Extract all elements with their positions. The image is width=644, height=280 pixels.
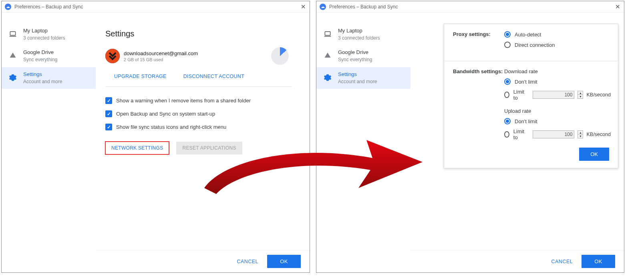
- window-left: Preferences – Backup and Sync ✕ My Lapto…: [1, 1, 310, 273]
- gear-icon: [9, 74, 18, 83]
- checkbox-warn-row[interactable]: Show a warning when I remove items from …: [105, 94, 292, 107]
- option-label: Don't limit: [515, 79, 537, 85]
- checkbox-icon[interactable]: [105, 97, 112, 104]
- spin-down-icon[interactable]: ▼: [578, 134, 583, 138]
- storage-pie-icon: [271, 47, 289, 65]
- sidebar-item-drive[interactable]: Google Drive Sync everything: [316, 45, 411, 67]
- upload-limit-input[interactable]: [533, 130, 574, 138]
- sidebar-item-laptop[interactable]: My Laptop 3 connected folders: [316, 24, 411, 45]
- network-settings-button[interactable]: NETWORK SETTINGS: [105, 142, 169, 154]
- upload-limit-option[interactable]: Limit to ▲▼ KB/second: [504, 128, 611, 140]
- drive-icon: [9, 52, 18, 61]
- network-settings-dialog: Proxy settings: Auto-detect Direct conne…: [444, 24, 618, 168]
- sidebar: My Laptop 3 connected folders Google Dri…: [316, 12, 411, 272]
- divider: [105, 86, 292, 87]
- unit-label: KB/second: [586, 92, 610, 98]
- sidebar-item-sub: 3 connected folders: [338, 35, 380, 42]
- sidebar-item-label: My Laptop: [23, 28, 65, 34]
- sidebar-item-sub: Sync everything: [338, 57, 372, 63]
- ok-button[interactable]: OK: [582, 255, 615, 268]
- radio-icon[interactable]: [504, 131, 509, 138]
- download-limit-input[interactable]: [533, 91, 574, 99]
- radio-icon[interactable]: [504, 118, 511, 124]
- close-icon[interactable]: ✕: [614, 3, 622, 11]
- option-label: Auto-detect: [515, 32, 541, 38]
- sidebar-item-settings[interactable]: Settings Account and more: [316, 67, 411, 89]
- laptop-icon: [324, 30, 332, 39]
- sidebar-item-label: Google Drive: [23, 49, 57, 56]
- sidebar-item-label: Google Drive: [338, 49, 372, 56]
- spinner[interactable]: ▲▼: [578, 130, 583, 138]
- sidebar-item-settings[interactable]: Settings Account and more: [2, 67, 96, 89]
- sidebar-item-sub: 3 connected folders: [23, 35, 65, 42]
- laptop-icon: [9, 30, 18, 39]
- account-email: downloadsourcenet@gmail.com: [124, 50, 198, 56]
- spin-down-icon[interactable]: ▼: [578, 95, 583, 98]
- sidebar-item-sub: Account and more: [338, 79, 377, 85]
- spin-up-icon[interactable]: ▲: [578, 91, 583, 95]
- sidebar-item-label: Settings: [338, 71, 377, 78]
- svg-rect-0: [10, 32, 15, 35]
- sidebar-item-drive[interactable]: Google Drive Sync everything: [2, 45, 96, 67]
- close-icon[interactable]: ✕: [299, 3, 307, 11]
- checkbox-startup-row[interactable]: Open Backup and Sync on system start-up: [105, 107, 292, 120]
- upload-dont-limit-option[interactable]: Don't limit: [504, 118, 611, 124]
- sidebar-item-sub: Account and more: [23, 79, 62, 85]
- download-dont-limit-option[interactable]: Don't limit: [504, 78, 611, 85]
- radio-icon[interactable]: [504, 31, 511, 38]
- divider: [444, 61, 618, 61]
- app-icon: [320, 4, 326, 10]
- proxy-settings-label: Proxy settings:: [453, 31, 504, 52]
- download-limit-option[interactable]: Limit to ▲▼ KB/second: [504, 89, 611, 101]
- sidebar: My Laptop 3 connected folders Google Dri…: [2, 12, 96, 272]
- option-label: Limit to: [513, 128, 526, 140]
- upgrade-storage-link[interactable]: UPGRADE STORAGE: [114, 74, 167, 79]
- settings-panel: Settings downloadsourcenet@gmail.com 2 G…: [96, 12, 310, 272]
- option-label: Direct connection: [515, 42, 555, 48]
- download-rate-heading: Download rate: [504, 68, 611, 74]
- reset-applications-button: RESET APPLICATIONS: [176, 142, 242, 154]
- spinner[interactable]: ▲▼: [578, 91, 583, 99]
- spin-up-icon[interactable]: ▲: [578, 131, 583, 134]
- window-title: Preferences – Backup and Sync: [329, 4, 398, 10]
- sidebar-item-label: Settings: [23, 71, 62, 78]
- checkbox-label: Show file sync status icons and right-cl…: [116, 124, 226, 130]
- titlebar: Preferences – Backup and Sync ✕: [316, 1, 624, 12]
- checkbox-icons-row[interactable]: Show file sync status icons and right-cl…: [105, 120, 292, 134]
- bandwidth-settings-label: Bandwidth settings:: [453, 68, 504, 144]
- avatar: [105, 49, 120, 63]
- dialog-ok-button[interactable]: OK: [579, 148, 609, 161]
- proxy-direct-option[interactable]: Direct connection: [504, 42, 609, 48]
- account-row: downloadsourcenet@gmail.com 2 GB of 15 G…: [105, 47, 292, 65]
- checkbox-label: Show a warning when I remove items from …: [116, 98, 251, 104]
- unit-label: KB/second: [586, 132, 610, 137]
- sidebar-item-label: My Laptop: [338, 28, 380, 34]
- footer: CANCEL OK: [411, 250, 624, 272]
- option-label: Don't limit: [515, 118, 537, 124]
- window-right: Preferences – Backup and Sync ✕ My Lapto…: [316, 1, 624, 273]
- proxy-auto-option[interactable]: Auto-detect: [504, 31, 609, 38]
- radio-icon[interactable]: [504, 78, 511, 85]
- ok-button[interactable]: OK: [267, 255, 301, 268]
- option-label: Limit to: [513, 89, 526, 101]
- account-storage: 2 GB of 15 GB used: [124, 57, 198, 62]
- window-title: Preferences – Backup and Sync: [14, 4, 83, 10]
- checkbox-label: Open Backup and Sync on system start-up: [116, 111, 215, 117]
- drive-icon: [324, 52, 332, 61]
- disconnect-account-link[interactable]: DISCONNECT ACCOUNT: [183, 74, 244, 79]
- radio-icon[interactable]: [504, 42, 511, 48]
- app-icon: [5, 4, 11, 10]
- svg-rect-2: [325, 32, 330, 35]
- sidebar-item-sub: Sync everything: [23, 57, 57, 63]
- cancel-button[interactable]: CANCEL: [237, 259, 258, 264]
- checkbox-icon[interactable]: [105, 124, 112, 130]
- page-title: Settings: [105, 29, 292, 38]
- titlebar: Preferences – Backup and Sync ✕: [2, 1, 310, 12]
- radio-icon[interactable]: [504, 92, 509, 98]
- sidebar-item-laptop[interactable]: My Laptop 3 connected folders: [2, 24, 96, 45]
- checkbox-icon[interactable]: [105, 110, 112, 117]
- footer: CANCEL OK: [96, 250, 310, 272]
- gear-icon: [324, 74, 332, 83]
- cancel-button[interactable]: CANCEL: [551, 259, 573, 264]
- upload-rate-heading: Upload rate: [504, 108, 611, 114]
